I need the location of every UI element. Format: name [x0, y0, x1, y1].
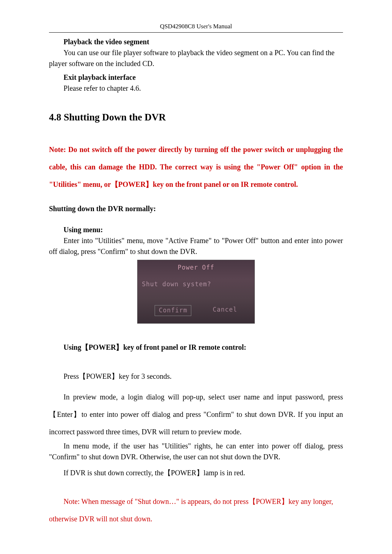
dialog-title: Power Off	[140, 263, 252, 272]
section-title: Shutting Down the DVR	[64, 112, 166, 123]
section-heading: 4.8 Shutting Down the DVR	[49, 110, 343, 125]
dialog-question: Shut down system?	[140, 280, 252, 289]
using-power-heading: Using【POWER】key of front panel or IR rem…	[64, 342, 343, 353]
cancel-button[interactable]: Cancel	[213, 305, 237, 316]
power-off-dialog-screenshot: Power Off Shut down system? Confirm Canc…	[137, 260, 255, 324]
playback-segment-heading: Playback the video segment	[64, 36, 343, 47]
lamp-text: If DVR is shut down correctly, the【POWER…	[49, 467, 343, 478]
warning-note: Note: Do not switch off the power direct…	[49, 141, 343, 193]
normal-shutdown-heading: Shutting down the DVR normally:	[49, 203, 343, 214]
exit-playback-body: Please refer to chapter 4.6.	[49, 83, 343, 94]
confirm-button[interactable]: Confirm	[155, 305, 191, 316]
page-header: QSD42908C8 User's Manual	[49, 22, 343, 33]
menu-mode-text: In menu mode, if the user has "Utilities…	[49, 440, 343, 462]
section-number: 4.8	[49, 112, 61, 123]
final-note: Note: When message of "Shut down…" is ap…	[49, 493, 343, 528]
dialog-buttons: Confirm Cancel	[140, 305, 252, 316]
exit-playback-heading: Exit playback interface	[64, 72, 343, 83]
using-menu-heading: Using menu:	[64, 224, 343, 235]
preview-mode-text: In preview mode, a login dialog will pop…	[49, 388, 343, 440]
press-power-text: Press【POWER】key for 3 seconds.	[64, 371, 343, 382]
playback-segment-body: You can use our file player software to …	[49, 47, 343, 69]
using-menu-body: Enter into "Utilities" menu, move "Activ…	[49, 235, 343, 257]
